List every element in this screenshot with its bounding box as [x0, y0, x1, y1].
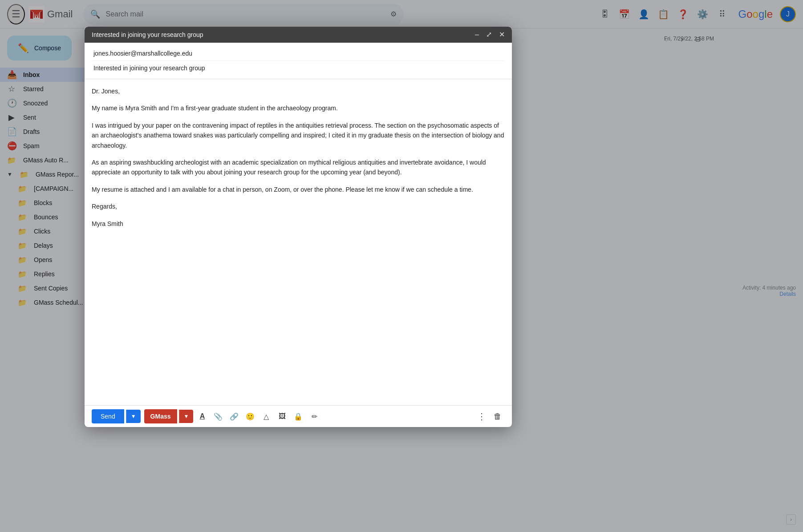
to-field[interactable]: [92, 49, 505, 58]
minimize-button[interactable]: –: [475, 31, 479, 38]
delete-draft-button[interactable]: 🗑: [491, 409, 505, 423]
emoji-button[interactable]: 🙂: [243, 409, 257, 423]
send-button[interactable]: Send: [92, 409, 124, 423]
compose-modal-controls: – ⤢ ✕: [475, 31, 505, 38]
body-para-2: I was intrigued by your paper on the con…: [92, 121, 505, 150]
send-dropdown-button[interactable]: ▼: [126, 410, 141, 423]
more-icon: ⋮: [477, 411, 486, 422]
compose-modal-header: Interested in joining your research grou…: [85, 27, 512, 43]
link-button[interactable]: 🔗: [227, 409, 241, 423]
emoji-icon: 🙂: [246, 412, 255, 421]
drive-button[interactable]: △: [259, 409, 273, 423]
body-para-4: My resume is attached and I am available…: [92, 185, 505, 194]
attach-icon: 📎: [214, 412, 223, 421]
delete-icon: 🗑: [494, 412, 502, 421]
close-button[interactable]: ✕: [499, 31, 505, 38]
pen-icon: ✏: [312, 412, 317, 421]
lock-button[interactable]: 🔒: [291, 409, 305, 423]
lock-icon: 🔒: [294, 412, 303, 421]
more-options-button[interactable]: ⋮: [474, 409, 489, 423]
body-signature: Myra Smith: [92, 219, 505, 229]
compose-body: Dr. Jones, My name is Myra Smith and I'm…: [85, 79, 512, 405]
attach-button[interactable]: 📎: [211, 409, 225, 423]
pen-button[interactable]: ✏: [307, 409, 321, 423]
body-greeting: Dr. Jones,: [92, 86, 505, 96]
body-closing: Regards,: [92, 202, 505, 211]
body-para-1: My name is Myra Smith and I'm a first-ye…: [92, 103, 505, 113]
compose-modal: Interested in joining your research grou…: [85, 27, 512, 427]
compose-fields: [85, 43, 512, 79]
photo-icon: 🖼: [279, 412, 286, 420]
gmass-button[interactable]: GMass: [144, 409, 177, 423]
drive-icon: △: [264, 412, 269, 421]
photo-button[interactable]: 🖼: [275, 409, 289, 423]
format-text-icon: A: [200, 412, 205, 420]
subject-field[interactable]: [92, 64, 505, 73]
gmass-dropdown-button[interactable]: ▼: [179, 410, 194, 423]
link-icon: 🔗: [230, 412, 239, 421]
to-field-row: [92, 46, 505, 61]
subject-field-row: [92, 61, 505, 75]
expand-button[interactable]: ⤢: [486, 31, 492, 38]
format-text-button[interactable]: A: [195, 409, 209, 423]
compose-toolbar: Send ▼ GMass ▼ A 📎 🔗 🙂 △ 🖼 🔒 ✏ ⋮: [85, 405, 512, 427]
body-para-3: As an aspiring swashbuckling archeologis…: [92, 157, 505, 177]
compose-modal-title: Interested in joining your research grou…: [92, 31, 475, 38]
